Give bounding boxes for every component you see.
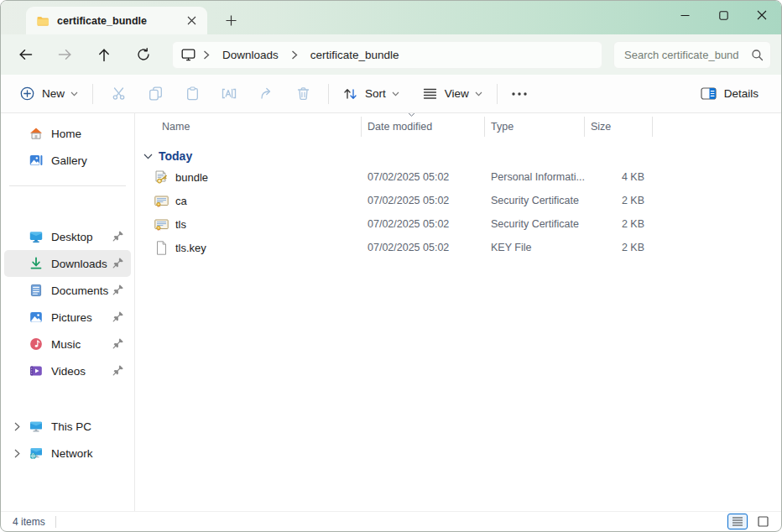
sidebar-item-desktop[interactable]: Desktop — [4, 223, 131, 250]
sidebar-item-label: Pictures — [51, 311, 92, 324]
file-name: tls — [175, 218, 186, 231]
file-type-cell: Personal Informati... — [485, 171, 585, 183]
sidebar-item-label: This PC — [51, 420, 91, 433]
breadcrumb-certificate-bundle[interactable]: certificate_bundle — [305, 47, 404, 63]
column-header-size[interactable]: Size — [585, 117, 653, 137]
delete-button[interactable] — [284, 80, 321, 108]
minimize-button[interactable] — [665, 1, 704, 29]
file-name: ca — [175, 195, 187, 207]
home-icon — [29, 127, 43, 140]
file-explorer-window: certificate_bundle — [0, 0, 782, 532]
file-date-cell: 07/02/2025 05:02 — [362, 242, 485, 253]
file-type-cell: Security Certificate — [485, 218, 585, 230]
file-size-cell: 2 KB — [585, 218, 653, 230]
breadcrumb[interactable]: Downloads certificate_bundle — [172, 41, 602, 69]
file-row-bundle[interactable]: bundle 07/02/2025 05:02 Personal Informa… — [143, 165, 781, 189]
new-tab-button[interactable] — [219, 8, 242, 32]
close-window-button[interactable] — [743, 1, 781, 29]
up-button[interactable] — [88, 40, 120, 69]
pictures-icon — [29, 310, 43, 324]
file-date-cell: 07/02/2025 05:02 — [362, 171, 485, 183]
column-header-name[interactable]: Name — [143, 117, 362, 137]
sidebar-item-documents[interactable]: Documents — [4, 277, 131, 304]
pfx-certificate-icon — [154, 170, 169, 185]
view-toggles — [727, 514, 773, 529]
sidebar-item-label: Desktop — [51, 231, 93, 243]
network-icon — [29, 446, 43, 460]
tab-close-icon[interactable] — [182, 12, 201, 30]
group-header-today[interactable]: Today — [143, 147, 781, 165]
sidebar-item-label: Downloads — [51, 258, 107, 270]
sidebar-item-pictures[interactable]: Pictures — [4, 304, 131, 331]
folder-icon — [36, 14, 50, 28]
cut-button[interactable] — [100, 80, 137, 108]
sort-ascending-icon — [408, 113, 415, 117]
share-button[interactable] — [248, 80, 284, 108]
forward-button[interactable] — [49, 40, 81, 69]
sidebar-gap — [1, 384, 134, 413]
sidebar-item-home[interactable]: Home — [4, 120, 131, 147]
toolbar-divider — [92, 84, 93, 104]
new-button-label: New — [42, 87, 65, 100]
sort-button[interactable]: Sort — [336, 80, 407, 108]
key-file-icon — [154, 241, 169, 255]
sidebar-item-label: Music — [51, 338, 81, 351]
new-plus-icon — [20, 86, 34, 101]
explorer-tab[interactable]: certificate_bundle — [26, 7, 207, 34]
file-size-cell: 2 KB — [585, 242, 653, 253]
status-bar: 4 items — [1, 511, 781, 531]
sidebar-item-downloads[interactable]: Downloads — [4, 250, 131, 277]
file-row-ca[interactable]: ca 07/02/2025 05:02 Security Certificate… — [143, 189, 781, 212]
file-name-cell: tls.key — [143, 241, 362, 255]
chevron-down-icon[interactable] — [143, 154, 153, 159]
back-button[interactable] — [9, 40, 41, 69]
tab-title: certificate_bundle — [57, 15, 182, 27]
column-header-label: Type — [491, 121, 514, 133]
navigation-bar: Downloads certificate_bundle — [1, 34, 781, 75]
documents-icon — [29, 284, 43, 297]
new-button[interactable]: New — [13, 80, 86, 108]
maximize-button[interactable] — [704, 1, 743, 29]
toolbar-divider — [328, 84, 329, 104]
statusbar-divider — [55, 516, 56, 528]
details-pane-button[interactable]: Details — [693, 80, 766, 108]
file-row-tls-key[interactable]: tls.key 07/02/2025 05:02 KEY File 2 KB — [143, 236, 781, 259]
rename-button[interactable] — [211, 80, 248, 108]
refresh-button[interactable] — [128, 40, 159, 69]
paste-button[interactable] — [174, 80, 211, 108]
search-input[interactable] — [624, 49, 751, 61]
large-icons-view-toggle[interactable] — [753, 514, 773, 529]
items-count: 4 items — [13, 516, 45, 528]
view-list-icon — [423, 88, 437, 100]
music-icon — [29, 337, 43, 351]
chevron-right-icon[interactable] — [11, 449, 23, 458]
more-options-button[interactable] — [504, 80, 534, 108]
search-icon[interactable] — [751, 49, 764, 61]
window-body: Home Gallery Desktop — [1, 113, 781, 511]
view-button[interactable]: View — [415, 80, 490, 108]
file-name: bundle — [175, 171, 208, 184]
pin-icon — [112, 364, 124, 376]
file-row-tls[interactable]: tls 07/02/2025 05:02 Security Certificat… — [143, 212, 781, 236]
file-date-cell: 07/02/2025 05:02 — [362, 218, 485, 230]
column-header-date-modified[interactable]: Date modified — [362, 117, 485, 137]
sidebar-item-this-pc[interactable]: This PC — [4, 413, 131, 440]
column-header-type[interactable]: Type — [485, 117, 585, 137]
sidebar-item-gallery[interactable]: Gallery — [4, 147, 131, 174]
chevron-right-icon[interactable] — [11, 422, 23, 431]
details-pane-icon — [701, 87, 717, 100]
breadcrumb-downloads[interactable]: Downloads — [217, 47, 284, 63]
file-list-pane: Name Date modified Type Size — [135, 113, 781, 511]
titlebar: certificate_bundle — [1, 1, 781, 34]
file-size-cell: 4 KB — [585, 171, 653, 183]
sidebar-item-music[interactable]: Music — [4, 331, 131, 357]
search-box[interactable] — [613, 41, 771, 69]
file-name-cell: ca — [143, 194, 362, 208]
sidebar-item-network[interactable]: Network — [4, 440, 131, 467]
security-certificate-icon — [154, 217, 169, 232]
details-view-toggle[interactable] — [727, 514, 748, 529]
sidebar-item-videos[interactable]: Videos — [4, 357, 131, 384]
sidebar-item-label: Documents — [51, 284, 108, 297]
copy-button[interactable] — [137, 80, 174, 108]
column-header-label: Size — [591, 121, 611, 133]
